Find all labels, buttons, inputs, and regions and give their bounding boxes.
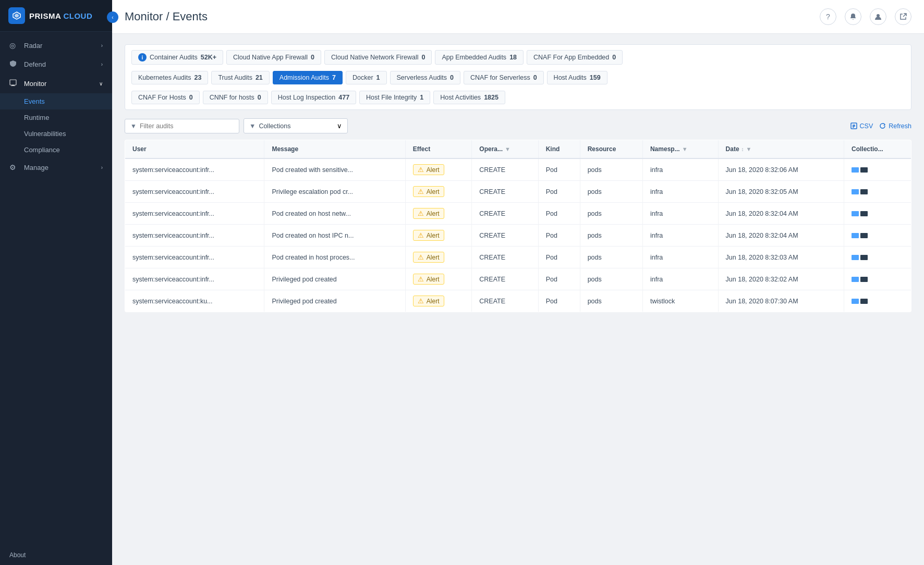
tab-host-audits[interactable]: Host Audits 159 bbox=[547, 71, 607, 84]
cell-operation: CREATE bbox=[472, 290, 538, 312]
help-button[interactable]: ? bbox=[820, 8, 836, 25]
tab-serverless-audits[interactable]: Serverless Audits 0 bbox=[390, 71, 461, 84]
cell-effect: ⚠ Alert bbox=[405, 268, 471, 290]
namespace-filter-icon[interactable]: ▼ bbox=[682, 146, 688, 152]
cell-user: system:serviceaccount:infr... bbox=[125, 268, 264, 290]
collection-icons bbox=[852, 255, 904, 260]
table-row[interactable]: system:serviceaccount:infr... Pod create… bbox=[125, 225, 911, 247]
tab-app-embedded-audits[interactable]: App Embedded Audits 18 bbox=[435, 50, 524, 65]
collection-blue-icon bbox=[852, 255, 859, 260]
cell-effect: ⚠ Alert bbox=[405, 225, 471, 247]
warning-triangle-icon: ⚠ bbox=[418, 231, 424, 239]
effect-label: Alert bbox=[427, 276, 440, 283]
cell-kind: Pod bbox=[538, 247, 580, 268]
sidebar-item-label: Monitor bbox=[24, 80, 46, 88]
tab-cloud-native-app-firewall[interactable]: Cloud Native App Firewall 0 bbox=[226, 50, 321, 65]
cell-namespace: twistlock bbox=[642, 290, 718, 312]
tab-cnaf-for-serverless[interactable]: CNAF for Serverless 0 bbox=[464, 71, 544, 84]
collections-filter-icon-wrap: ▼ Collections bbox=[249, 122, 291, 130]
tab-host-activities[interactable]: Host Activities 1825 bbox=[433, 91, 505, 104]
cell-namespace: infra bbox=[642, 268, 718, 290]
table-row[interactable]: system:serviceaccount:ku... Privileged p… bbox=[125, 290, 911, 312]
sub-item-label: Runtime bbox=[24, 114, 49, 121]
external-link-button[interactable] bbox=[895, 8, 911, 25]
tab-host-file-integrity[interactable]: Host File Integrity 1 bbox=[359, 91, 430, 104]
effect-label: Alert bbox=[427, 254, 440, 261]
sidebar-item-monitor[interactable]: Monitor ∨ bbox=[0, 74, 112, 93]
collection-icons bbox=[852, 167, 904, 173]
date-sort-icon[interactable]: ↕ bbox=[741, 146, 744, 152]
table-row[interactable]: system:serviceaccount:infr... Privileged… bbox=[125, 268, 911, 290]
sidebar-collapse-button[interactable]: ‹ bbox=[107, 11, 118, 23]
cell-kind: Pod bbox=[538, 203, 580, 225]
user-button[interactable] bbox=[870, 8, 886, 25]
tab-kubernetes-audits[interactable]: Kubernetes Audits 23 bbox=[131, 71, 208, 84]
audit-tab-bar: i Container Audits 52K+ Cloud Native App… bbox=[125, 44, 911, 110]
radar-icon: ◎ bbox=[9, 41, 19, 50]
collection-dark-icon bbox=[860, 233, 868, 238]
sidebar-item-defend[interactable]: Defend › bbox=[0, 55, 112, 74]
tab-row-2: Kubernetes Audits 23 Trust Audits 21 Adm… bbox=[131, 71, 905, 84]
page-title: Monitor / Events bbox=[125, 10, 208, 23]
sidebar-item-label: Defend bbox=[24, 60, 46, 68]
tab-cnnf-for-hosts[interactable]: CNNF for hosts 0 bbox=[203, 91, 268, 104]
col-header-message: Message bbox=[264, 140, 405, 159]
table-row[interactable]: system:serviceaccount:infr... Pod create… bbox=[125, 247, 911, 268]
sidebar-footer-about[interactable]: About bbox=[0, 545, 112, 565]
cell-operation: CREATE bbox=[472, 268, 538, 290]
chevron-right-icon: › bbox=[101, 62, 103, 67]
table-row[interactable]: system:serviceaccount:infr... Pod create… bbox=[125, 203, 911, 225]
collection-blue-icon bbox=[852, 233, 859, 238]
filter-audits-input[interactable] bbox=[140, 122, 234, 130]
tab-cloud-native-network-firewall[interactable]: Cloud Native Network Firewall 0 bbox=[324, 50, 432, 65]
col-header-namespace[interactable]: Namesp... ▼ bbox=[642, 140, 718, 159]
cell-namespace: infra bbox=[642, 158, 718, 181]
tab-cnaf-for-hosts[interactable]: CNAF For Hosts 0 bbox=[131, 91, 200, 104]
cell-message: Privilege escalation pod cr... bbox=[264, 181, 405, 203]
cell-operation: CREATE bbox=[472, 225, 538, 247]
effect-label: Alert bbox=[427, 188, 440, 195]
sidebar-item-manage[interactable]: ⚙ Manage › bbox=[0, 158, 112, 177]
tab-container-audits[interactable]: i Container Audits 52K+ bbox=[131, 50, 223, 65]
effect-label: Alert bbox=[427, 166, 440, 174]
cell-user: system:serviceaccount:infr... bbox=[125, 247, 264, 268]
sidebar-item-events[interactable]: Events bbox=[0, 93, 112, 109]
tab-admission-audits[interactable]: Admission Audits 7 bbox=[273, 71, 343, 84]
cell-date: Jun 18, 2020 8:32:02 AM bbox=[718, 268, 844, 290]
tab-trust-audits[interactable]: Trust Audits 21 bbox=[211, 71, 269, 84]
cell-effect: ⚠ Alert bbox=[405, 158, 471, 181]
csv-export-button[interactable]: CSV bbox=[850, 122, 873, 130]
cell-date: Jun 18, 2020 8:32:06 AM bbox=[718, 158, 844, 181]
table-row[interactable]: system:serviceaccount:infr... Privilege … bbox=[125, 181, 911, 203]
sidebar-item-radar[interactable]: ◎ Radar › bbox=[0, 36, 112, 55]
cell-resource: pods bbox=[580, 225, 642, 247]
sidebar-item-compliance[interactable]: Compliance bbox=[0, 142, 112, 158]
effect-label: Alert bbox=[427, 210, 440, 217]
col-header-operation[interactable]: Opera... ▼ bbox=[472, 140, 538, 159]
collections-dropdown[interactable]: ▼ Collections ∨ bbox=[244, 118, 348, 133]
table-row[interactable]: system:serviceaccount:infr... Pod create… bbox=[125, 158, 911, 181]
defend-icon bbox=[9, 60, 19, 69]
cell-effect: ⚠ Alert bbox=[405, 290, 471, 312]
collection-blue-icon bbox=[852, 189, 859, 194]
warning-triangle-icon: ⚠ bbox=[418, 188, 424, 195]
sidebar-item-runtime[interactable]: Runtime bbox=[0, 109, 112, 126]
tab-cnaf-for-app-embedded[interactable]: CNAF For App Embedded 0 bbox=[527, 50, 623, 65]
col-header-date[interactable]: Date ↕ ▼ bbox=[718, 140, 844, 159]
manage-icon: ⚙ bbox=[9, 163, 19, 171]
refresh-button[interactable]: Refresh bbox=[879, 122, 911, 130]
tab-docker[interactable]: Docker 1 bbox=[346, 71, 387, 84]
sub-item-label: Vulnerabilities bbox=[24, 130, 66, 138]
audits-table: User Message Effect Opera... ▼ bbox=[125, 140, 911, 312]
filter-audits-input-wrap: ▼ bbox=[125, 119, 239, 133]
cell-collection bbox=[844, 203, 911, 225]
notifications-button[interactable] bbox=[845, 8, 861, 25]
operation-filter-icon[interactable]: ▼ bbox=[505, 146, 510, 152]
sidebar-item-vulnerabilities[interactable]: Vulnerabilities bbox=[0, 126, 112, 142]
date-filter-icon[interactable]: ▼ bbox=[746, 146, 752, 152]
sidebar-item-label: Radar bbox=[24, 42, 42, 50]
info-icon: i bbox=[138, 53, 147, 62]
collection-dark-icon bbox=[860, 211, 868, 216]
tab-host-log-inspection[interactable]: Host Log Inspection 477 bbox=[271, 91, 356, 104]
cell-message: Privileged pod created bbox=[264, 290, 405, 312]
